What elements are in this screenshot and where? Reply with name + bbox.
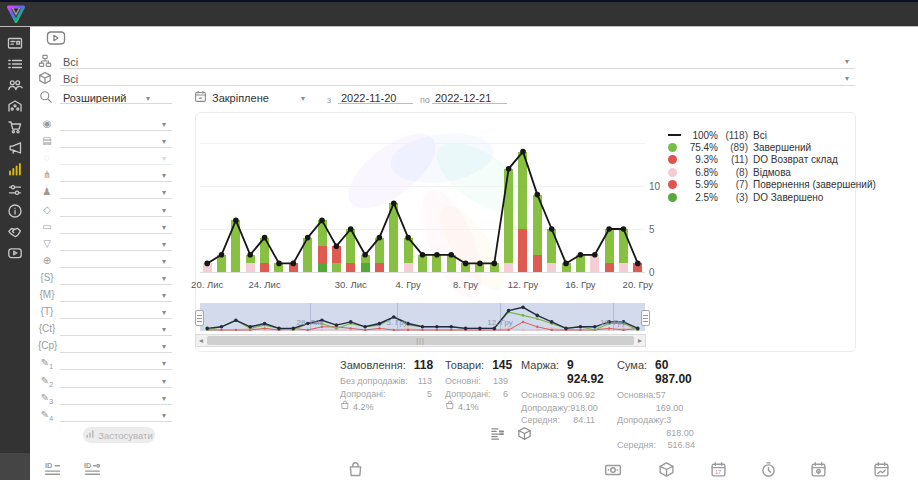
filter-field[interactable] xyxy=(60,301,172,302)
search-mode-underline xyxy=(60,103,172,104)
chart-scrollbar[interactable]: ◂ ||| ▸ xyxy=(195,334,646,347)
source-filter-value[interactable]: Всі xyxy=(63,56,78,68)
dock-clock-icon[interactable] xyxy=(760,461,777,480)
chevron-down-icon[interactable] xyxy=(162,326,166,334)
filter-field[interactable] xyxy=(60,335,172,336)
sidebar-warehouse-icon[interactable] xyxy=(0,96,30,116)
filter-row-utm-campaign[interactable]: {Cp} xyxy=(0,339,180,356)
filter-row-utm-source[interactable]: {S} xyxy=(0,271,180,288)
svg-text:17: 17 xyxy=(715,469,721,475)
filter-field[interactable] xyxy=(60,318,172,319)
chevron-down-icon[interactable] xyxy=(162,360,166,368)
legend-item[interactable]: 6.8%(8)Відмова xyxy=(668,166,791,178)
chevron-down-icon[interactable] xyxy=(162,309,166,317)
legend-item[interactable]: 5.9%(7)Повернення (завершений) xyxy=(668,179,876,191)
filter-field[interactable] xyxy=(60,421,172,422)
legend-item[interactable]: 9.3%(11)DO Возврат склад xyxy=(668,154,838,166)
dock-id-dash-icon[interactable]: ID xyxy=(84,461,101,480)
chevron-down-icon[interactable] xyxy=(162,412,166,420)
chevron-down-icon[interactable] xyxy=(845,58,849,66)
filter-row-region[interactable]: ⊕ xyxy=(0,254,180,271)
chevron-down-icon[interactable] xyxy=(162,292,166,300)
chevron-down-icon[interactable] xyxy=(162,378,166,386)
chevron-down-icon[interactable] xyxy=(162,121,166,129)
filter-field[interactable] xyxy=(60,387,172,388)
filter-field[interactable] xyxy=(60,164,172,165)
filter-field[interactable] xyxy=(60,216,172,217)
filter-field[interactable] xyxy=(60,352,172,353)
filter-row-layers[interactable]: ▤ xyxy=(0,134,180,151)
sidebar-dashboard-icon[interactable] xyxy=(0,33,30,53)
dock-bag-icon[interactable] xyxy=(347,461,364,480)
list-view-icon[interactable] xyxy=(490,426,505,445)
video-tutorial-icon[interactable] xyxy=(46,29,66,50)
main-chart[interactable] xyxy=(200,115,645,272)
chevron-down-icon[interactable] xyxy=(162,224,166,232)
filter-field[interactable] xyxy=(60,404,172,405)
filter-row-utm-medium[interactable]: {M} xyxy=(0,288,180,305)
filter-field[interactable] xyxy=(60,130,172,131)
chevron-down-icon[interactable] xyxy=(845,75,849,83)
chevron-down-icon[interactable] xyxy=(162,138,166,146)
filter-row-product[interactable]: ◇ xyxy=(0,203,180,220)
chevron-down-icon[interactable] xyxy=(162,258,166,266)
chevron-down-icon[interactable] xyxy=(162,155,166,163)
legend-item[interactable]: 100%(118)Всі xyxy=(668,129,767,141)
scroll-left-icon[interactable]: ◂ xyxy=(199,336,203,346)
search-icon[interactable] xyxy=(39,90,53,106)
legend-item[interactable]: 2.5%(3)DO Завершено xyxy=(668,191,823,203)
app-logo-icon[interactable] xyxy=(5,3,27,25)
dock-calendar-pin-icon[interactable] xyxy=(810,461,827,480)
sidebar-orders-icon[interactable] xyxy=(0,54,30,74)
product-icon: ◇ xyxy=(38,204,56,215)
filter-row-custom-field-2[interactable]: ✎2 xyxy=(0,374,180,391)
product-filter-value[interactable]: Всі xyxy=(63,73,78,85)
navigator-left-handle[interactable] xyxy=(195,310,204,326)
dock-cube-icon[interactable] xyxy=(658,461,675,480)
date-mode-select[interactable]: Закріплене xyxy=(212,92,269,104)
filter-row-utm-term[interactable]: {T} xyxy=(0,305,180,322)
filter-row-custom-field-1[interactable]: ✎1 xyxy=(0,356,180,373)
source-filter-field[interactable] xyxy=(60,68,855,69)
filter-row-utm-content[interactable]: {Ct} xyxy=(0,322,180,339)
navigator-right-handle[interactable] xyxy=(641,310,650,326)
filter-row-payment[interactable]: ▭ xyxy=(0,220,180,237)
scrollbar-thumb[interactable]: ||| xyxy=(207,336,634,345)
chevron-down-icon[interactable] xyxy=(162,395,166,403)
filter-row-structure[interactable]: ⋔ xyxy=(0,168,180,185)
filter-field[interactable] xyxy=(60,284,172,285)
filter-row-source[interactable]: ◉ xyxy=(0,117,180,134)
chart-navigator[interactable]: 28. Лис5. Гру12. Гру19. Гру xyxy=(200,303,645,331)
chevron-down-icon[interactable] xyxy=(146,95,150,103)
dock-calendar-17-icon[interactable]: 17 xyxy=(710,461,727,480)
filter-row-funnel[interactable]: ▽ xyxy=(0,237,180,254)
chevron-down-icon[interactable] xyxy=(162,241,166,249)
chevron-down-icon[interactable] xyxy=(162,207,166,215)
filter-field[interactable] xyxy=(60,250,172,251)
chevron-down-icon[interactable] xyxy=(162,189,166,197)
filter-field[interactable] xyxy=(60,233,172,234)
legend-item[interactable]: 75.4%(89)Завершений xyxy=(668,141,811,153)
filter-field[interactable] xyxy=(60,267,172,268)
apply-button[interactable]: Застосувати xyxy=(83,427,155,443)
chevron-down-icon[interactable] xyxy=(162,275,166,283)
filter-field[interactable] xyxy=(60,147,172,148)
dock-money-icon[interactable] xyxy=(604,461,622,480)
filter-row-custom-field-4[interactable]: ✎4 xyxy=(0,408,180,425)
filter-row-status[interactable]: ◌ xyxy=(0,151,180,168)
sidebar-customers-icon[interactable] xyxy=(0,75,30,95)
product-filter-field[interactable] xyxy=(60,85,855,86)
dock-id-lines-icon[interactable]: ID xyxy=(44,461,61,480)
chevron-down-icon[interactable] xyxy=(162,343,166,351)
dock-calendar-chart-icon[interactable] xyxy=(873,461,890,480)
filter-field[interactable] xyxy=(60,198,172,199)
cube-view-icon[interactable] xyxy=(517,426,532,445)
scroll-right-icon[interactable]: ▸ xyxy=(638,336,642,346)
date-to-underline xyxy=(432,103,507,104)
filter-field[interactable] xyxy=(60,181,172,182)
filter-row-custom-field-3[interactable]: ✎3 xyxy=(0,391,180,408)
chevron-down-icon[interactable] xyxy=(162,172,166,180)
filter-field[interactable] xyxy=(60,369,172,370)
chevron-down-icon[interactable] xyxy=(301,95,305,103)
filter-row-manager[interactable]: ♟ xyxy=(0,185,180,202)
